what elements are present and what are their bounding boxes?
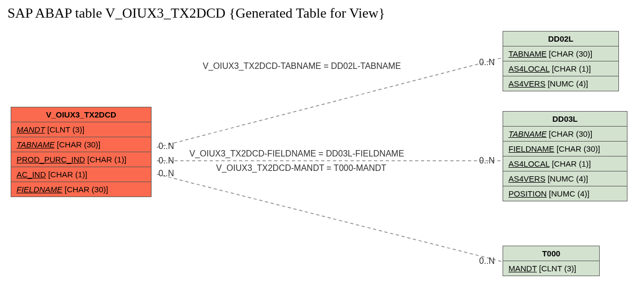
entity-t000: T000 MANDT [CLNT (3)]: [503, 246, 600, 276]
entity-field: AS4VERS [NUMC (4)]: [503, 76, 618, 91]
entity-field: TABNAME [CHAR (30)]: [503, 127, 627, 142]
entity-field: AS4VERS [NUMC (4)]: [503, 171, 627, 186]
cardinality-label: 0..N: [479, 156, 495, 166]
svg-line-2: [157, 174, 503, 262]
entity-field: MANDT [CLNT (3)]: [11, 122, 151, 137]
entity-field: TABNAME [CHAR (30)]: [503, 46, 618, 61]
entity-field: PROD_PURC_IND [CHAR (1)]: [11, 152, 151, 167]
entity-field: AS4LOCAL [CHAR (1)]: [503, 61, 618, 76]
entity-dd02l-header: DD02L: [503, 32, 618, 46]
relation-label: V_OIUX3_TX2DCD-MANDT = T000-MANDT: [216, 163, 386, 173]
relation-label: V_OIUX3_TX2DCD-FIELDNAME = DD03L-FIELDNA…: [189, 149, 404, 159]
entity-main: V_OIUX3_TX2DCD MANDT [CLNT (3)] TABNAME …: [11, 107, 152, 197]
cardinality-label: 0..N: [479, 58, 495, 67]
cardinality-label: 0..N: [158, 156, 174, 166]
entity-field: FIELDNAME [CHAR (30)]: [11, 182, 151, 197]
entity-main-header: V_OIUX3_TX2DCD: [11, 107, 151, 122]
svg-line-0: [157, 58, 503, 147]
entity-field: FIELDNAME [CHAR (30)]: [503, 142, 627, 156]
cardinality-label: 0..N: [479, 256, 495, 266]
cardinality-label: 0..N: [158, 142, 174, 151]
entity-field: AS4LOCAL [CHAR (1)]: [503, 156, 627, 171]
entity-dd03l-header: DD03L: [503, 112, 627, 127]
entity-field: AC_IND [CHAR (1)]: [11, 167, 151, 182]
entity-dd02l: DD02L TABNAME [CHAR (30)] AS4LOCAL [CHAR…: [503, 31, 619, 91]
entity-field: MANDT [CLNT (3)]: [503, 261, 599, 276]
entity-dd03l: DD03L TABNAME [CHAR (30)] FIELDNAME [CHA…: [503, 111, 627, 201]
cardinality-label: 0..N: [158, 169, 174, 178]
entity-field: TABNAME [CHAR (30)]: [11, 137, 151, 152]
entity-field: POSITION [NUMC (4)]: [503, 186, 627, 201]
relation-label: V_OIUX3_TX2DCD-TABNAME = DD02L-TABNAME: [203, 61, 401, 71]
entity-t000-header: T000: [503, 246, 599, 261]
page-title: SAP ABAP table V_OIUX3_TX2DCD {Generated…: [7, 5, 385, 21]
